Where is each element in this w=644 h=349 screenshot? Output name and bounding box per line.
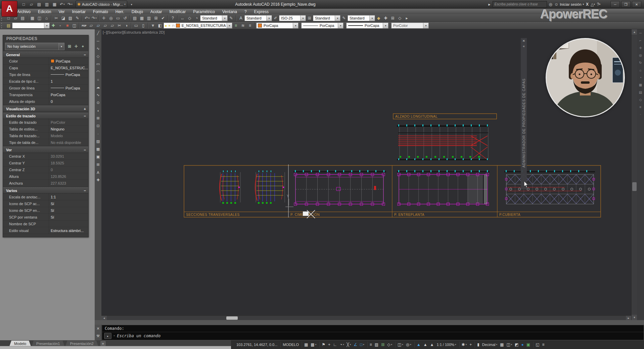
- text-style-combo[interactable]: Standard ▾: [244, 15, 272, 21]
- property-value[interactable]: 1: [49, 78, 88, 84]
- redo-icon[interactable]: ↷▾: [91, 15, 98, 22]
- property-value[interactable]: Ninguno: [49, 126, 88, 132]
- menu-item-edicin[interactable]: Edición: [34, 9, 55, 14]
- layer-lock-icon[interactable]: ⊓: [172, 24, 175, 28]
- infer-constraints-icon[interactable]: ⚑: [320, 340, 327, 349]
- grid-display-icon[interactable]: ▦: [303, 340, 309, 349]
- collapse-icon[interactable]: −: [84, 189, 86, 193]
- search-binoculars-icon[interactable]: ◎: [549, 2, 552, 7]
- property-value[interactable]: 0: [49, 98, 88, 105]
- undo-icon[interactable]: ↶▾: [84, 15, 91, 22]
- text-style-icon[interactable]: A: [237, 15, 244, 22]
- select-objects-icon[interactable]: ✛: [73, 43, 80, 50]
- horizontal-scrollbar[interactable]: ◄ ►: [101, 315, 631, 320]
- help-icon[interactable]: ?▾: [597, 2, 600, 7]
- snap-to-underlay-icon[interactable]: ▭: [133, 22, 140, 29]
- help-icon[interactable]: ?: [169, 15, 176, 22]
- search-input[interactable]: [493, 1, 547, 7]
- workspace-combo[interactable]: ✱ AutoCAD clásico - Migr... ▾: [76, 1, 127, 8]
- property-value[interactable]: PorCapa: [49, 58, 88, 64]
- menu-item-modificar[interactable]: Modificar: [166, 9, 190, 14]
- section-header-varios[interactable]: Varios−: [3, 187, 88, 194]
- text-brush-icon[interactable]: ✐: [272, 15, 279, 22]
- annotation-visibility-icon[interactable]: ▲: [415, 340, 422, 349]
- toggle-pickadd-icon[interactable]: ⊞: [66, 43, 73, 50]
- layer-match-icon[interactable]: ≋: [239, 22, 246, 29]
- object-snap-icon[interactable]: □▾: [359, 340, 366, 349]
- leader-arrow-icon[interactable]: ▸: [403, 15, 410, 22]
- zoom-window-icon[interactable]: ▭: [114, 15, 122, 22]
- tab-presentación2[interactable]: Presentación2: [65, 341, 98, 346]
- dim-current-combo[interactable]: ISO-25 ▾: [279, 15, 306, 21]
- menu-item-express[interactable]: Express: [250, 9, 272, 14]
- property-value[interactable]: E_NOTAS_ESTRUC...: [49, 65, 88, 71]
- mleader-style-combo[interactable]: Standard ▾: [348, 15, 375, 21]
- polar-tracking-icon[interactable]: ◔▾: [338, 340, 346, 349]
- leader-align-icon[interactable]: ⊞: [389, 15, 396, 22]
- quick-select-icon[interactable]: ⌖: [80, 43, 86, 50]
- menu-item-ventana[interactable]: Ventana: [219, 9, 241, 14]
- annotation-add-icon[interactable]: +: [468, 340, 473, 349]
- line-icon[interactable]: ╱: [95, 29, 101, 37]
- property-value[interactable]: PorCapa: [49, 91, 88, 98]
- customization-menu-icon[interactable]: ≡: [541, 340, 546, 349]
- toolbar-overflow-icon[interactable]: ▾: [128, 1, 135, 8]
- command-prompt-row[interactable]: ▸ ▾ Escriba un comando: [102, 332, 644, 340]
- drawing-canvas[interactable]: ALZADO LONGITUDINALSECCIONES TRANSVERSAL…: [101, 29, 631, 315]
- layer-previous-icon[interactable]: ▫: [57, 22, 64, 29]
- layer-on-bulb-icon[interactable]: ●: [165, 24, 167, 28]
- add-layout-button[interactable]: +: [100, 341, 106, 346]
- tab-modelo[interactable]: Modelo: [9, 341, 31, 346]
- dynamic-ucs-icon[interactable]: ◫▾: [396, 340, 405, 349]
- table-style-combo[interactable]: Standard ▾: [313, 15, 340, 21]
- dim-style-icon[interactable]: ✎: [228, 15, 235, 22]
- spline-icon[interactable]: ∿: [95, 91, 101, 99]
- arc-icon[interactable]: ◠: [95, 68, 101, 76]
- close-icon[interactable]: ✕: [95, 326, 101, 331]
- navbar-handle-icon[interactable]: ─: [637, 29, 644, 37]
- clip-icon[interactable]: ✂: [116, 22, 123, 29]
- mtext-icon[interactable]: A: [95, 168, 101, 176]
- isolate-objects-icon[interactable]: ◩: [513, 340, 520, 349]
- point-icon[interactable]: ·: [95, 130, 101, 138]
- collapse-icon[interactable]: −: [84, 148, 86, 152]
- property-value[interactable]: Sí: [49, 207, 88, 214]
- units-ruler-icon[interactable]: ▮: [476, 340, 481, 349]
- nav-shape-icon[interactable]: ◇: [637, 96, 644, 103]
- insert-block-icon[interactable]: ⊞: [95, 114, 101, 122]
- annotation-scale-value[interactable]: 1:1 / 100%▾: [435, 340, 458, 349]
- scroll-right-icon[interactable]: ►: [626, 316, 631, 320]
- infocenter-collapse-icon[interactable]: ▸: [489, 2, 491, 7]
- image-attach-icon[interactable]: ▱: [102, 22, 109, 29]
- horizontal-scroll-thumb[interactable]: [226, 316, 238, 320]
- customize-wrench-icon[interactable]: ⚒: [95, 334, 101, 338]
- section-header-general[interactable]: General−: [3, 51, 88, 58]
- model-space-toggle[interactable]: MODELO: [281, 340, 300, 349]
- dim-radius-icon[interactable]: ◔: [193, 15, 200, 22]
- table-icon[interactable]: ⊞: [95, 161, 101, 168]
- layer-state-save-icon[interactable]: ≡: [232, 22, 239, 29]
- menu-item-acotar[interactable]: Acotar: [147, 9, 166, 14]
- sign-in-button[interactable]: ☺ Iniciar sesión ▾: [554, 2, 584, 7]
- markup-icon[interactable]: ✔: [159, 15, 167, 22]
- nav-doc-icon[interactable]: ▤: [637, 88, 644, 96]
- plot-icon[interactable]: ▦: [51, 1, 58, 8]
- region-icon[interactable]: ▣: [95, 153, 101, 161]
- zoom-icon[interactable]: ◎: [637, 51, 644, 59]
- properties-icon[interactable]: ▤: [131, 15, 138, 22]
- scroll-up-icon[interactable]: ▲: [632, 29, 637, 35]
- property-value[interactable]: Modelo: [49, 132, 88, 139]
- plot-style-combo[interactable]: PorColor ▾: [391, 23, 429, 29]
- open-file-icon[interactable]: ▱: [28, 1, 35, 8]
- mleader-style-icon[interactable]: ✎: [340, 15, 348, 22]
- pdf-underlay-icon[interactable]: PDF: [81, 22, 88, 29]
- pan-icon[interactable]: ✛: [100, 15, 107, 22]
- section-header-ver[interactable]: Ver−: [3, 147, 88, 153]
- dim-style-combo[interactable]: Standard ▾: [200, 15, 228, 21]
- layer-state-icon[interactable]: ■: [64, 22, 71, 29]
- layer-walk-icon[interactable]: ◫: [71, 22, 78, 29]
- showmotion-icon[interactable]: ⌂: [637, 66, 644, 74]
- steeringwheel-icon[interactable]: ◔: [637, 74, 644, 81]
- property-value[interactable]: Sí: [49, 214, 88, 220]
- object-snap-tracking-icon[interactable]: ∠: [352, 340, 359, 349]
